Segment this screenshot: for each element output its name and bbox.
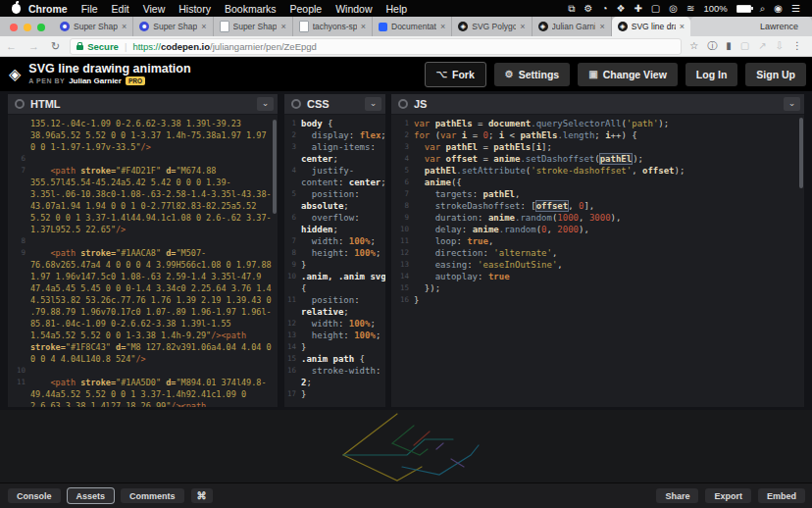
line-number: 9 bbox=[391, 212, 414, 224]
bookmark-star-icon[interactable]: ☆ bbox=[689, 41, 698, 51]
js-editor-panel[interactable]: JS ⌄ 1var pathEls = document.querySelect… bbox=[391, 94, 804, 407]
codepen-logo-icon[interactable]: ◈ bbox=[9, 67, 21, 82]
export-button[interactable]: Export bbox=[705, 488, 751, 503]
scrollbar-thumb[interactable] bbox=[273, 120, 277, 214]
code-text: hidden; bbox=[301, 224, 338, 235]
browser-tab[interactable]: ☻Super Shapes - S× bbox=[54, 17, 133, 36]
change-view-button[interactable]: ▣ Change View bbox=[578, 63, 678, 86]
comments-button[interactable]: Comments bbox=[121, 488, 184, 503]
code-line: 13 height: 100%; bbox=[284, 330, 385, 341]
author-link[interactable]: Julian Garnier bbox=[69, 76, 122, 85]
spotlight-search-icon[interactable]: ⌕ bbox=[760, 4, 766, 14]
browser-toolbar: ← → ↻ Secure | https://codepen.io/julian… bbox=[0, 36, 812, 57]
code-text: 0 0 4 4.04L140.8 524"/> bbox=[30, 353, 146, 365]
fork-button[interactable]: ⌥ Fork bbox=[425, 62, 486, 87]
code-text: var offset = anime.setDashoffset(pathEl)… bbox=[414, 153, 643, 165]
assets-button[interactable]: Assets bbox=[68, 488, 115, 503]
browser-tab[interactable]: Documentation |× bbox=[373, 17, 452, 36]
code-line: 10 delay: anime.random(0, 2000), bbox=[391, 224, 804, 235]
download-icon[interactable]: ⇩ bbox=[776, 41, 784, 51]
browser-tab[interactable]: tachyons-spacing× bbox=[293, 17, 373, 36]
code-text: 2; bbox=[301, 377, 312, 388]
code-line: 4.53l53.82 53.26c.77.76 1.76 1.39 2.19 1… bbox=[8, 294, 278, 306]
tab-close-icon[interactable]: × bbox=[680, 22, 685, 31]
menu-item-bookmarks[interactable]: Bookmarks bbox=[225, 3, 277, 15]
scrollbar-thumb[interactable] bbox=[799, 118, 803, 188]
wifi-icon[interactable]: ≋ bbox=[686, 4, 694, 14]
back-icon[interactable]: ← bbox=[6, 41, 17, 52]
embed-button[interactable]: Embed bbox=[758, 488, 805, 503]
console-button[interactable]: Console bbox=[8, 488, 61, 503]
menu-item-view[interactable]: View bbox=[143, 3, 166, 15]
tab-close-icon[interactable]: × bbox=[280, 22, 285, 31]
tab-title: Super Shapes - S bbox=[153, 22, 197, 31]
tab-close-icon[interactable]: × bbox=[361, 22, 366, 31]
apple-menu-icon[interactable] bbox=[12, 4, 21, 14]
sync-icon[interactable]: ◎ bbox=[669, 4, 678, 14]
pen-byline: A PEN BY Julian Garnier PRO bbox=[28, 76, 190, 85]
secure-badge[interactable]: Secure bbox=[87, 41, 119, 52]
menu-item-file[interactable]: File bbox=[81, 3, 98, 15]
code-text: for (var i = 0; i < pathEls.length; i++)… bbox=[414, 129, 637, 141]
siri-icon[interactable]: ◉ bbox=[774, 4, 783, 14]
menu-item-window[interactable]: Window bbox=[335, 3, 372, 15]
sign-up-button[interactable]: Sign Up bbox=[745, 63, 806, 86]
zoom-window-button[interactable] bbox=[37, 24, 45, 31]
log-in-button[interactable]: Log In bbox=[685, 63, 738, 86]
html-editor-panel[interactable]: HTML ⌄ 135.12-.04c-1.09 0-2.6.62-3.38 1.… bbox=[8, 94, 278, 407]
gear-icon[interactable]: ⚙ bbox=[584, 4, 592, 14]
window-icon[interactable]: ▢ bbox=[651, 4, 660, 14]
editor-settings-icon[interactable] bbox=[398, 99, 408, 109]
code-text: 1.97 1.96v147.5c0 1.08-.63 2.59-1.4 3.35… bbox=[30, 271, 261, 282]
close-window-button[interactable] bbox=[10, 24, 18, 31]
line-number bbox=[284, 224, 301, 235]
smiley-favicon: ☻ bbox=[139, 22, 149, 31]
battery-icon bbox=[736, 5, 751, 13]
line-number: 17 bbox=[284, 388, 301, 400]
code-line: 15.anim path { bbox=[284, 353, 385, 365]
tab-close-icon[interactable]: × bbox=[201, 22, 206, 31]
css-editor-panel[interactable]: CSS ⌄ 1body {2 display: flex;3 align-ite… bbox=[284, 94, 385, 407]
time-machine-icon[interactable]: ◔ bbox=[601, 4, 607, 14]
code-line: 12 direction: 'alternate', bbox=[391, 247, 804, 259]
menu-item-help[interactable]: Help bbox=[386, 3, 408, 15]
line-number: 3 bbox=[284, 141, 301, 153]
browser-menu-icon[interactable]: ⋮ bbox=[792, 41, 802, 51]
chevron-down-icon[interactable]: ⌄ bbox=[257, 97, 274, 111]
code-text: justify- bbox=[301, 165, 354, 177]
tab-close-icon[interactable]: × bbox=[122, 22, 127, 31]
tab-close-icon[interactable]: × bbox=[520, 22, 525, 31]
address-bar[interactable]: Secure | https://codepen.io/juliangarnie… bbox=[70, 38, 682, 55]
browser-tab[interactable]: ◈SVG Polygon/Pol× bbox=[452, 17, 532, 36]
browser-tab[interactable]: ◈Julian Garnier on× bbox=[533, 17, 612, 36]
browser-tab[interactable]: ☻Super Shapes - S× bbox=[133, 17, 213, 36]
browser-tab[interactable]: Super Shapes× bbox=[214, 17, 293, 36]
menu-app-name[interactable]: Chrome bbox=[28, 3, 68, 15]
editor-settings-icon[interactable] bbox=[15, 99, 25, 109]
keyboard-shortcuts-button[interactable]: ⌘ bbox=[191, 488, 213, 503]
tab-close-icon[interactable]: × bbox=[599, 22, 604, 31]
chevron-down-icon[interactable]: ⌄ bbox=[784, 97, 800, 111]
browser-tab[interactable]: ◈SVG line drawing× bbox=[612, 17, 690, 36]
extension-info-icon[interactable]: ⓘ bbox=[707, 41, 717, 51]
browser-profile-button[interactable]: Lawrence bbox=[690, 17, 812, 36]
settings-button[interactable]: ⚙ Settings bbox=[494, 63, 570, 86]
notification-center-icon[interactable]: ☰ bbox=[791, 4, 800, 14]
extension-bar-icon[interactable]: ▮ bbox=[726, 41, 732, 51]
menu-item-edit[interactable]: Edit bbox=[112, 3, 129, 15]
reload-icon[interactable]: ↻ bbox=[51, 41, 60, 52]
editor-settings-icon[interactable] bbox=[291, 99, 301, 109]
chevron-down-icon[interactable]: ⌄ bbox=[365, 97, 381, 111]
line-number bbox=[8, 129, 30, 141]
display-mirroring-icon[interactable]: ⧉ bbox=[568, 4, 575, 14]
menu-item-people[interactable]: People bbox=[289, 3, 322, 15]
forward-icon[interactable]: → bbox=[28, 41, 39, 52]
share-button[interactable]: Share bbox=[656, 488, 698, 503]
droplet-icon[interactable]: ❖ bbox=[616, 4, 625, 14]
minimize-window-button[interactable] bbox=[24, 24, 31, 31]
share-icon[interactable]: ↗ bbox=[758, 41, 766, 51]
cast-icon[interactable]: ▢ bbox=[740, 41, 749, 51]
health-cross-icon[interactable]: ✚ bbox=[634, 4, 641, 14]
menu-item-history[interactable]: History bbox=[178, 3, 211, 15]
tab-close-icon[interactable]: × bbox=[440, 22, 445, 31]
